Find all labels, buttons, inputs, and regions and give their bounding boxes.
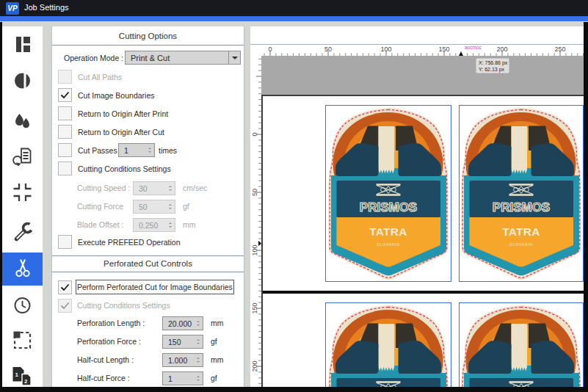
svg-text:1: 1	[15, 371, 19, 378]
svg-text:X: 756.86 px: X: 756.86 px	[479, 60, 508, 66]
svg-text:Y: 62.13 px: Y: 62.13 px	[479, 67, 505, 73]
svg-text:aocmoc: aocmoc	[465, 45, 482, 50]
svg-text:2: 2	[24, 378, 28, 385]
